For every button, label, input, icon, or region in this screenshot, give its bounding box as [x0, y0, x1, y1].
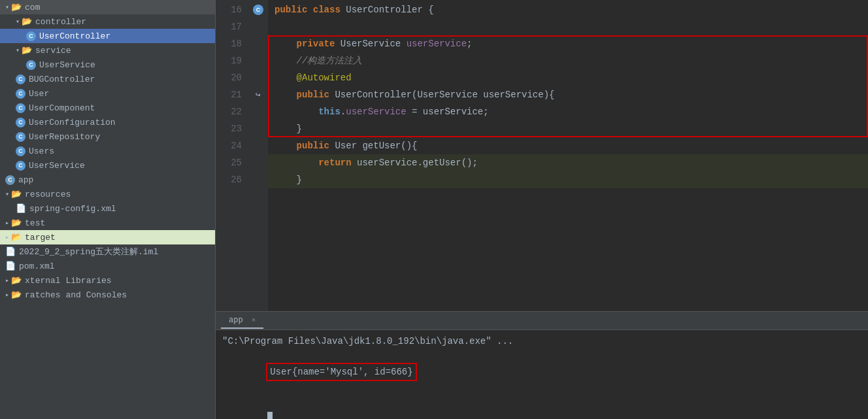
sidebar-item-label: UserConfiguration [29, 118, 116, 127]
code-token: userService [346, 107, 406, 117]
sidebar-item[interactable]: 📄pom.xml [0, 259, 215, 273]
console-line-3 [222, 395, 861, 419]
code-line: @Autowired [268, 69, 868, 86]
sidebar-item[interactable]: ▸📂xternal Libraries [0, 273, 215, 288]
code-line: //构造方法注入 [268, 52, 868, 69]
sidebar-item[interactable]: CUserRepository [0, 129, 215, 144]
line-number: 17 [216, 18, 242, 35]
folder-icon: 📂 [11, 290, 22, 300]
sidebar-item-label: xternal Libraries [25, 276, 112, 286]
folder-arrow-icon: ▸ [5, 219, 9, 227]
folder-icon: 📂 [11, 275, 22, 286]
gutter: C↪ [248, 0, 268, 311]
line-number: 24 [216, 137, 242, 154]
sidebar-item-label: service [35, 46, 71, 56]
code-line: public UserController(UserService userSe… [268, 86, 868, 103]
folder-icon: 📂 [22, 16, 32, 27]
gutter-cell [248, 103, 268, 120]
code-token: class [313, 5, 346, 15]
folder-icon: 📂 [11, 232, 22, 243]
sidebar-item[interactable]: CUserController [0, 29, 215, 43]
gutter-arrow-icon: ↪ [256, 90, 261, 100]
code-line: public User getUser(){ [268, 137, 868, 154]
sidebar-item[interactable]: ▾📂com [0, 0, 215, 14]
console-tab-label: app [229, 316, 243, 325]
sidebar-item[interactable]: CUserConfiguration [0, 115, 215, 129]
sidebar-item-label: pom.xml [19, 261, 55, 271]
folder-icon: 📂 [11, 189, 22, 199]
class-icon: C [16, 103, 25, 113]
line-number: 22 [216, 103, 242, 120]
sidebar-item[interactable]: CUserService [0, 58, 215, 72]
console-tab-app[interactable]: app × [221, 313, 263, 329]
code-line: return userService.getUser(); [268, 154, 868, 171]
sidebar-item[interactable]: CUserService [0, 158, 215, 173]
console-panel: app × "C:\Program Files\Java\jdk1.8.0_19… [216, 311, 868, 419]
gutter-cell [248, 69, 268, 86]
gutter-cell: ↪ [248, 86, 268, 103]
sidebar-item[interactable]: ▾📂controller [0, 14, 215, 29]
sidebar-item[interactable]: Capp [0, 173, 215, 187]
sidebar-item-label: UserComponent [29, 103, 95, 113]
sidebar-item[interactable]: ▾📂resources [0, 187, 215, 201]
code-token: this [275, 107, 341, 117]
sidebar-item[interactable]: 📄spring-config.xml [0, 201, 215, 216]
sidebar-item[interactable]: CBUGController [0, 72, 215, 86]
console-tabs[interactable]: app × [216, 312, 868, 330]
folder-icon: 📂 [11, 218, 22, 228]
code-token: public [275, 5, 313, 15]
code-token: public [275, 90, 335, 100]
code-token: userService.getUser(); [357, 158, 478, 168]
code-content[interactable]: public class UserController { private Us… [268, 0, 868, 311]
sidebar-item[interactable]: CUsers [0, 144, 215, 158]
code-line: } [268, 171, 868, 188]
code-token: UserController(UserService userService){ [335, 90, 554, 100]
file-icon: 📄 [5, 246, 16, 257]
sidebar-item-label: BUGController [29, 75, 95, 84]
sidebar-item-label: resources [25, 190, 71, 199]
gutter-cell [248, 154, 268, 171]
sidebar-item[interactable]: ▸📂target [0, 230, 215, 244]
line-number: 18 [216, 35, 242, 52]
class-icon: C [16, 146, 25, 156]
code-line: } [268, 120, 868, 137]
sidebar-item-label: com [25, 3, 40, 12]
sidebar-item[interactable]: 📄2022_9_2_spring五大类注解.iml [0, 244, 215, 259]
main-editor: 1617181920212223242526 C↪ public class U… [216, 0, 868, 419]
line-number: 20 [216, 69, 242, 86]
code-token: UserController { [346, 5, 433, 15]
folder-arrow-icon: ▾ [5, 3, 9, 11]
gutter-cell [248, 171, 268, 188]
sidebar-item-label: Users [29, 146, 54, 156]
gutter-cell [248, 52, 268, 69]
code-token: . [341, 107, 346, 117]
line-number: 19 [216, 52, 242, 69]
sidebar-item[interactable]: ▾📂service [0, 43, 215, 58]
sidebar-item-label: UserService [39, 60, 95, 70]
line-number: 23 [216, 120, 242, 137]
sidebar-item[interactable]: CUserComponent [0, 101, 215, 115]
editor-area: 1617181920212223242526 C↪ public class U… [216, 0, 868, 311]
console-tab-close[interactable]: × [252, 316, 256, 324]
code-token: userService [407, 39, 467, 49]
folder-arrow-icon: ▾ [16, 46, 20, 54]
class-icon: C [26, 31, 36, 41]
sidebar-item-label: UserService [29, 161, 85, 171]
code-token: UserService [341, 39, 407, 49]
sidebar-item-label: target [25, 233, 56, 243]
class-icon: C [16, 89, 25, 99]
sidebar-item-label: spring-config.xml [29, 204, 116, 214]
console-result: User{name='Mysql', id=666} [266, 363, 416, 381]
sidebar-item[interactable]: CUser [0, 86, 215, 101]
xml-icon: 📄 [16, 203, 26, 214]
console-line-2: User{name='Mysql', id=666} [222, 348, 861, 395]
gutter-cell [248, 120, 268, 137]
sidebar-item[interactable]: ▸📂test [0, 216, 215, 230]
class-icon: C [16, 161, 25, 171]
folder-arrow-icon: ▸ [5, 291, 9, 299]
sidebar-item[interactable]: ▸📂ratches and Consoles [0, 288, 215, 302]
folder-arrow-icon: ▸ [5, 233, 9, 241]
line-numbers: 1617181920212223242526 [216, 0, 248, 311]
file-tree[interactable]: ▾📂com▾📂controllerCUserController▾📂servic… [0, 0, 216, 419]
sidebar-item-label: User [29, 89, 49, 99]
